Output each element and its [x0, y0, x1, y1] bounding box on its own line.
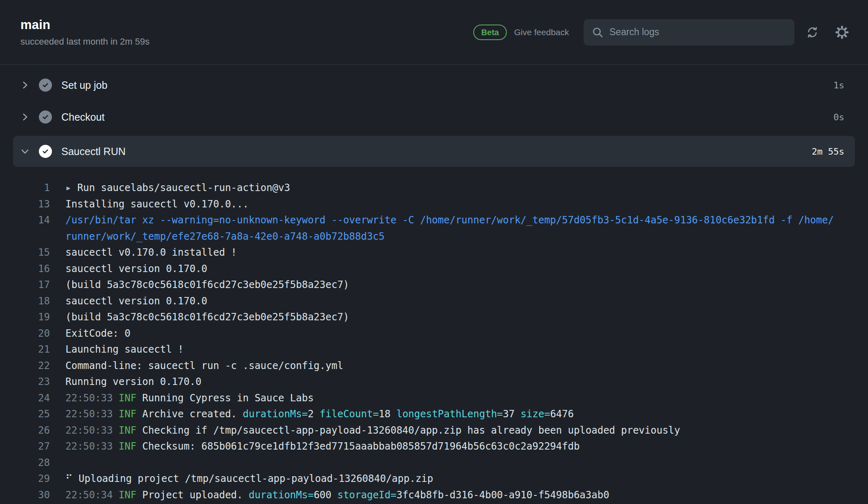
- line-number[interactable]: 23: [0, 374, 65, 390]
- log-segment: saucectl version 0.170.0: [65, 263, 207, 274]
- log-segment: 2: [308, 408, 319, 420]
- step-name: Saucectl RUN: [61, 146, 812, 158]
- log-segment: durationMs=: [249, 489, 314, 501]
- header: main succeeded last month in 2m 59s Beta…: [0, 0, 868, 65]
- log-line-text: 22:50:33 INF Running Cypress in Sauce La…: [65, 390, 837, 407]
- refresh-icon: [805, 25, 819, 39]
- log-segment: INF: [119, 489, 142, 501]
- log-segment: 22:50:33: [65, 425, 119, 436]
- job-title-block: main succeeded last month in 2m 59s: [20, 18, 150, 47]
- line-number[interactable]: 18: [0, 293, 65, 310]
- job-title: main: [20, 18, 150, 32]
- line-number[interactable]: 17: [0, 277, 65, 293]
- log-line-text: Installing saucectl v0.170.0...: [65, 196, 837, 213]
- log-line: 28: [0, 455, 868, 471]
- log-line-text: (build 5a3c78c0c5618c01f6cd27c3eb0e25f5b…: [65, 277, 837, 293]
- gear-icon: [835, 25, 849, 39]
- line-number[interactable]: 16: [0, 261, 65, 277]
- line-number[interactable]: 1: [0, 180, 65, 196]
- line-number[interactable]: 24: [0, 390, 65, 407]
- log-segment: Archive created.: [142, 408, 243, 420]
- line-number[interactable]: 25: [0, 406, 65, 423]
- log-line-text: ExitCode: 0: [65, 326, 837, 342]
- log-segment: INF: [119, 408, 142, 420]
- give-feedback-link[interactable]: Give feedback: [514, 27, 569, 37]
- line-number[interactable]: 19: [0, 309, 65, 326]
- log-segment: Running Cypress in Sauce Labs: [142, 392, 314, 404]
- search-input[interactable]: [609, 27, 787, 38]
- step-row-set-up-job[interactable]: Set up job1s: [0, 72, 868, 98]
- log-segment: (build 5a3c78c0c5618c01f6cd27c3eb0e25f5b…: [65, 311, 349, 323]
- group-expander-icon[interactable]: ▸: [65, 182, 77, 194]
- check-circle-icon: [39, 110, 52, 124]
- log-line-text: 22:50:33 INF Archive created. durationMs…: [65, 406, 837, 423]
- log-line-text: (build 5a3c78c0c5618c01f6cd27c3eb0e25f5b…: [65, 309, 837, 326]
- log-line-text: /usr/bin/tar xz --warning=no-unknown-key…: [65, 212, 837, 245]
- log-line: 18saucectl version 0.170.0: [0, 293, 868, 310]
- log-line: 20ExitCode: 0: [0, 326, 868, 342]
- log-segment: 6476: [550, 408, 574, 420]
- log-segment: INF: [119, 441, 142, 452]
- search-icon: [591, 26, 604, 38]
- log-line: 17(build 5a3c78c0c5618c01f6cd27c3eb0e25f…: [0, 277, 868, 293]
- log-segment: Project uploaded.: [142, 489, 249, 501]
- check-circle-icon: [39, 79, 52, 92]
- steps-list: Set up job1sCheckout0sSaucectl RUN2m 55s: [0, 65, 868, 167]
- line-number[interactable]: 21: [0, 342, 65, 358]
- log-viewer: 1▸ Run saucelabs/saucectl-run-action@v31…: [0, 173, 868, 503]
- log-line-text: Running version 0.170.0: [65, 374, 837, 390]
- log-line: 13Installing saucectl v0.170.0...: [0, 196, 868, 213]
- log-segment: 3fc4b8fb-d316-4b00-a910-f5498b6a3ab0: [396, 489, 609, 501]
- log-line: 29⠋ Uploading project /tmp/saucectl-app-…: [0, 471, 868, 487]
- log-segment: size=: [521, 408, 550, 420]
- log-line: 2722:50:33 INF Checksum: 685b061c79ce1df…: [0, 439, 868, 455]
- log-segment: ExitCode: 0: [65, 328, 130, 339]
- log-segment: Installing saucectl v0.170.0...: [65, 198, 249, 210]
- log-line: 19(build 5a3c78c0c5618c01f6cd27c3eb0e25f…: [0, 309, 868, 326]
- log-segment: Running version 0.170.0: [65, 376, 201, 387]
- log-segment: 600: [314, 489, 337, 501]
- line-number[interactable]: 14: [0, 212, 65, 245]
- log-line-text: 22:50:33 INF Checking if /tmp/saucectl-a…: [65, 423, 837, 439]
- log-line: 23Running version 0.170.0: [0, 374, 868, 390]
- check-circle-icon: [39, 145, 52, 158]
- line-number[interactable]: 15: [0, 245, 65, 261]
- log-line: 22Command-line: saucectl run -c .sauce/c…: [0, 358, 868, 374]
- search-box[interactable]: [584, 19, 794, 45]
- log-line-text: saucectl v0.170.0 installed !: [65, 245, 837, 261]
- chevron-right-icon[interactable]: [20, 80, 30, 90]
- step-duration: 1s: [834, 80, 845, 90]
- log-line: 14/usr/bin/tar xz --warning=no-unknown-k…: [0, 212, 868, 245]
- log-segment: INF: [119, 425, 142, 436]
- log-segment: Launching saucectl !: [65, 344, 184, 355]
- log-line-text: saucectl version 0.170.0: [65, 261, 837, 277]
- line-number[interactable]: 27: [0, 439, 65, 455]
- line-number[interactable]: 30: [0, 487, 65, 504]
- log-line: 2622:50:33 INF Checking if /tmp/saucectl…: [0, 423, 868, 439]
- chevron-down-icon[interactable]: [20, 146, 30, 157]
- refresh-button[interactable]: [803, 23, 821, 41]
- log-segment: 18: [379, 408, 396, 420]
- log-segment: longestPathLength=: [396, 408, 503, 420]
- line-number[interactable]: 29: [0, 471, 65, 487]
- step-row-saucectl-run[interactable]: Saucectl RUN2m 55s: [13, 136, 855, 167]
- header-actions: Beta Give feedback: [473, 19, 851, 45]
- log-segment: 22:50:33: [65, 392, 119, 404]
- step-row-checkout[interactable]: Checkout0s: [0, 104, 868, 130]
- log-segment: 22:50:34: [65, 489, 119, 501]
- line-number[interactable]: 22: [0, 358, 65, 374]
- log-segment: INF: [119, 392, 142, 404]
- log-line: 1▸ Run saucelabs/saucectl-run-action@v3: [0, 180, 868, 196]
- settings-button[interactable]: [833, 23, 851, 41]
- chevron-right-icon[interactable]: [20, 112, 30, 122]
- log-segment: Run saucelabs/saucectl-run-action@v3: [77, 182, 290, 194]
- line-number[interactable]: 26: [0, 423, 65, 439]
- log-line-text: 22:50:34 INF Project uploaded. durationM…: [65, 487, 837, 504]
- line-number[interactable]: 20: [0, 326, 65, 342]
- log-segment: 22:50:33: [65, 408, 119, 420]
- log-line: 3022:50:34 INF Project uploaded. duratio…: [0, 487, 868, 504]
- line-number[interactable]: 13: [0, 196, 65, 213]
- log-segment: Command-line: saucectl run -c .sauce/con…: [65, 360, 343, 371]
- line-number[interactable]: 28: [0, 455, 65, 471]
- log-segment: (build 5a3c78c0c5618c01f6cd27c3eb0e25f5b…: [65, 279, 349, 290]
